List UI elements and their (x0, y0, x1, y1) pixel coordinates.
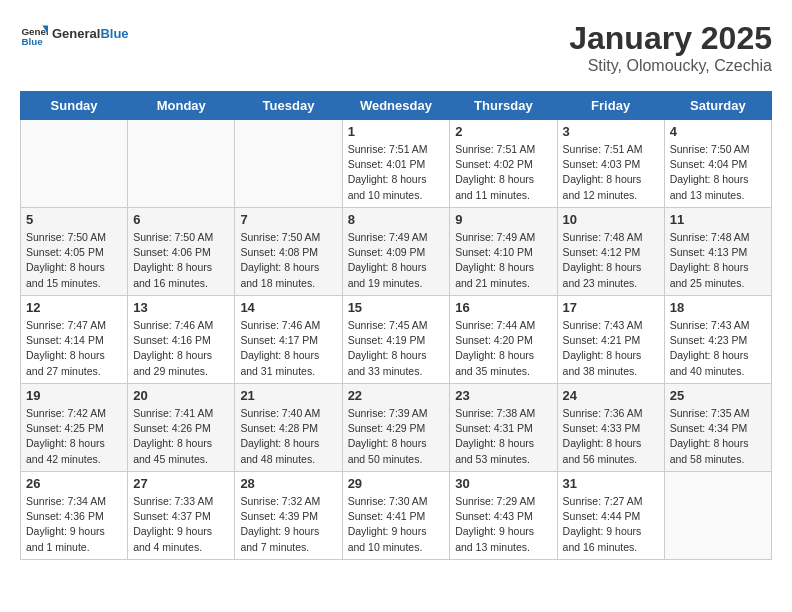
day-info: Sunrise: 7:27 AM Sunset: 4:44 PM Dayligh… (563, 494, 659, 555)
day-info: Sunrise: 7:50 AM Sunset: 4:08 PM Dayligh… (240, 230, 336, 291)
calendar-cell: 2Sunrise: 7:51 AM Sunset: 4:02 PM Daylig… (450, 120, 557, 208)
calendar-cell: 22Sunrise: 7:39 AM Sunset: 4:29 PM Dayli… (342, 384, 450, 472)
day-info: Sunrise: 7:38 AM Sunset: 4:31 PM Dayligh… (455, 406, 551, 467)
calendar-subtitle: Stity, Olomoucky, Czechia (569, 57, 772, 75)
calendar-cell: 25Sunrise: 7:35 AM Sunset: 4:34 PM Dayli… (664, 384, 771, 472)
day-info: Sunrise: 7:30 AM Sunset: 4:41 PM Dayligh… (348, 494, 445, 555)
day-info: Sunrise: 7:50 AM Sunset: 4:05 PM Dayligh… (26, 230, 122, 291)
day-number: 5 (26, 212, 122, 227)
day-number: 31 (563, 476, 659, 491)
calendar-cell: 11Sunrise: 7:48 AM Sunset: 4:13 PM Dayli… (664, 208, 771, 296)
calendar-cell: 16Sunrise: 7:44 AM Sunset: 4:20 PM Dayli… (450, 296, 557, 384)
weekday-header-thursday: Thursday (450, 92, 557, 120)
calendar-cell: 20Sunrise: 7:41 AM Sunset: 4:26 PM Dayli… (128, 384, 235, 472)
calendar-cell: 19Sunrise: 7:42 AM Sunset: 4:25 PM Dayli… (21, 384, 128, 472)
day-info: Sunrise: 7:51 AM Sunset: 4:02 PM Dayligh… (455, 142, 551, 203)
calendar-week-row: 26Sunrise: 7:34 AM Sunset: 4:36 PM Dayli… (21, 472, 772, 560)
day-info: Sunrise: 7:46 AM Sunset: 4:16 PM Dayligh… (133, 318, 229, 379)
day-number: 15 (348, 300, 445, 315)
calendar-cell: 1Sunrise: 7:51 AM Sunset: 4:01 PM Daylig… (342, 120, 450, 208)
weekday-header-friday: Friday (557, 92, 664, 120)
day-number: 25 (670, 388, 766, 403)
logo-icon: General Blue (20, 20, 48, 48)
calendar-cell: 10Sunrise: 7:48 AM Sunset: 4:12 PM Dayli… (557, 208, 664, 296)
title-block: January 2025 Stity, Olomoucky, Czechia (569, 20, 772, 75)
day-info: Sunrise: 7:50 AM Sunset: 4:06 PM Dayligh… (133, 230, 229, 291)
day-number: 23 (455, 388, 551, 403)
calendar-cell: 7Sunrise: 7:50 AM Sunset: 4:08 PM Daylig… (235, 208, 342, 296)
day-info: Sunrise: 7:35 AM Sunset: 4:34 PM Dayligh… (670, 406, 766, 467)
day-number: 26 (26, 476, 122, 491)
calendar-cell: 31Sunrise: 7:27 AM Sunset: 4:44 PM Dayli… (557, 472, 664, 560)
day-number: 1 (348, 124, 445, 139)
weekday-header-monday: Monday (128, 92, 235, 120)
day-info: Sunrise: 7:51 AM Sunset: 4:03 PM Dayligh… (563, 142, 659, 203)
day-info: Sunrise: 7:43 AM Sunset: 4:23 PM Dayligh… (670, 318, 766, 379)
calendar-cell: 5Sunrise: 7:50 AM Sunset: 4:05 PM Daylig… (21, 208, 128, 296)
logo-blue: Blue (100, 26, 128, 41)
day-number: 27 (133, 476, 229, 491)
calendar-week-row: 5Sunrise: 7:50 AM Sunset: 4:05 PM Daylig… (21, 208, 772, 296)
day-number: 9 (455, 212, 551, 227)
calendar-cell (664, 472, 771, 560)
calendar-table: SundayMondayTuesdayWednesdayThursdayFrid… (20, 91, 772, 560)
day-number: 8 (348, 212, 445, 227)
calendar-cell: 27Sunrise: 7:33 AM Sunset: 4:37 PM Dayli… (128, 472, 235, 560)
day-info: Sunrise: 7:32 AM Sunset: 4:39 PM Dayligh… (240, 494, 336, 555)
day-number: 13 (133, 300, 229, 315)
day-number: 4 (670, 124, 766, 139)
day-number: 3 (563, 124, 659, 139)
weekday-header-row: SundayMondayTuesdayWednesdayThursdayFrid… (21, 92, 772, 120)
day-number: 10 (563, 212, 659, 227)
day-info: Sunrise: 7:51 AM Sunset: 4:01 PM Dayligh… (348, 142, 445, 203)
calendar-cell: 24Sunrise: 7:36 AM Sunset: 4:33 PM Dayli… (557, 384, 664, 472)
day-info: Sunrise: 7:33 AM Sunset: 4:37 PM Dayligh… (133, 494, 229, 555)
calendar-cell: 4Sunrise: 7:50 AM Sunset: 4:04 PM Daylig… (664, 120, 771, 208)
day-number: 12 (26, 300, 122, 315)
day-info: Sunrise: 7:48 AM Sunset: 4:12 PM Dayligh… (563, 230, 659, 291)
day-number: 6 (133, 212, 229, 227)
day-info: Sunrise: 7:48 AM Sunset: 4:13 PM Dayligh… (670, 230, 766, 291)
day-number: 7 (240, 212, 336, 227)
calendar-cell: 23Sunrise: 7:38 AM Sunset: 4:31 PM Dayli… (450, 384, 557, 472)
logo-general: General (52, 26, 100, 41)
day-info: Sunrise: 7:49 AM Sunset: 4:09 PM Dayligh… (348, 230, 445, 291)
day-info: Sunrise: 7:39 AM Sunset: 4:29 PM Dayligh… (348, 406, 445, 467)
day-number: 18 (670, 300, 766, 315)
calendar-week-row: 1Sunrise: 7:51 AM Sunset: 4:01 PM Daylig… (21, 120, 772, 208)
day-number: 2 (455, 124, 551, 139)
day-number: 30 (455, 476, 551, 491)
calendar-week-row: 19Sunrise: 7:42 AM Sunset: 4:25 PM Dayli… (21, 384, 772, 472)
calendar-cell: 8Sunrise: 7:49 AM Sunset: 4:09 PM Daylig… (342, 208, 450, 296)
calendar-cell (128, 120, 235, 208)
day-info: Sunrise: 7:29 AM Sunset: 4:43 PM Dayligh… (455, 494, 551, 555)
day-number: 17 (563, 300, 659, 315)
day-info: Sunrise: 7:40 AM Sunset: 4:28 PM Dayligh… (240, 406, 336, 467)
calendar-cell: 12Sunrise: 7:47 AM Sunset: 4:14 PM Dayli… (21, 296, 128, 384)
day-info: Sunrise: 7:36 AM Sunset: 4:33 PM Dayligh… (563, 406, 659, 467)
calendar-cell (21, 120, 128, 208)
calendar-cell: 15Sunrise: 7:45 AM Sunset: 4:19 PM Dayli… (342, 296, 450, 384)
weekday-header-sunday: Sunday (21, 92, 128, 120)
weekday-header-saturday: Saturday (664, 92, 771, 120)
day-info: Sunrise: 7:50 AM Sunset: 4:04 PM Dayligh… (670, 142, 766, 203)
day-number: 21 (240, 388, 336, 403)
calendar-week-row: 12Sunrise: 7:47 AM Sunset: 4:14 PM Dayli… (21, 296, 772, 384)
day-number: 28 (240, 476, 336, 491)
calendar-cell: 18Sunrise: 7:43 AM Sunset: 4:23 PM Dayli… (664, 296, 771, 384)
day-info: Sunrise: 7:34 AM Sunset: 4:36 PM Dayligh… (26, 494, 122, 555)
calendar-cell: 30Sunrise: 7:29 AM Sunset: 4:43 PM Dayli… (450, 472, 557, 560)
calendar-cell: 9Sunrise: 7:49 AM Sunset: 4:10 PM Daylig… (450, 208, 557, 296)
svg-text:Blue: Blue (21, 36, 43, 47)
calendar-cell: 21Sunrise: 7:40 AM Sunset: 4:28 PM Dayli… (235, 384, 342, 472)
day-info: Sunrise: 7:46 AM Sunset: 4:17 PM Dayligh… (240, 318, 336, 379)
day-number: 29 (348, 476, 445, 491)
calendar-cell: 26Sunrise: 7:34 AM Sunset: 4:36 PM Dayli… (21, 472, 128, 560)
calendar-cell: 29Sunrise: 7:30 AM Sunset: 4:41 PM Dayli… (342, 472, 450, 560)
day-number: 22 (348, 388, 445, 403)
day-info: Sunrise: 7:49 AM Sunset: 4:10 PM Dayligh… (455, 230, 551, 291)
weekday-header-tuesday: Tuesday (235, 92, 342, 120)
day-info: Sunrise: 7:41 AM Sunset: 4:26 PM Dayligh… (133, 406, 229, 467)
day-number: 14 (240, 300, 336, 315)
day-info: Sunrise: 7:42 AM Sunset: 4:25 PM Dayligh… (26, 406, 122, 467)
